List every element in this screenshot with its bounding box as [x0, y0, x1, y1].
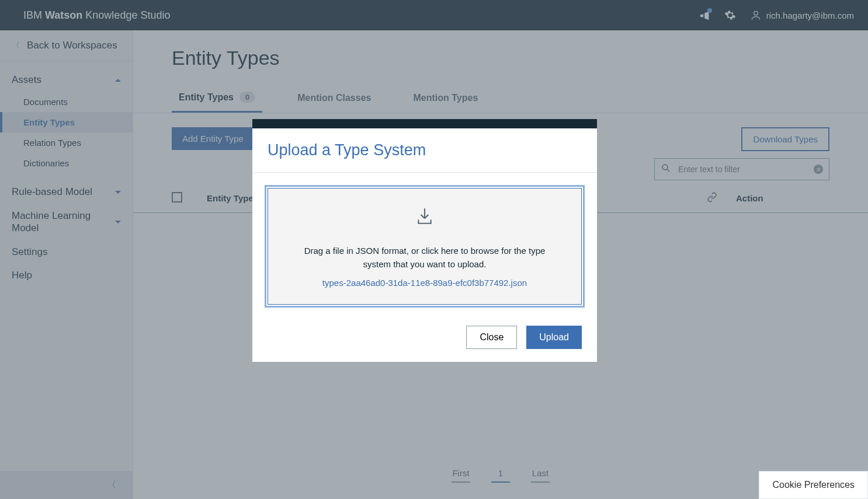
dropzone-text: Drag a file in JSON format, or click her…: [280, 245, 570, 271]
modal-body: Upload a Type System Drag a file in JSON…: [252, 128, 597, 362]
cookie-preferences[interactable]: Cookie Preferences: [759, 471, 868, 499]
modal-actions: Close Upload: [268, 326, 582, 349]
selected-filename: types-2aa46ad0-31da-11e8-89a9-efc0f3b774…: [280, 278, 570, 288]
download-icon: [280, 206, 570, 228]
file-dropzone[interactable]: Drag a file in JSON format, or click her…: [268, 188, 582, 305]
upload-button[interactable]: Upload: [526, 326, 582, 349]
close-button[interactable]: Close: [466, 326, 517, 349]
modal-divider: [252, 172, 597, 173]
modal-top-bar: [252, 119, 597, 128]
modal-title: Upload a Type System: [268, 141, 582, 159]
upload-modal: Upload a Type System Drag a file in JSON…: [252, 119, 597, 362]
